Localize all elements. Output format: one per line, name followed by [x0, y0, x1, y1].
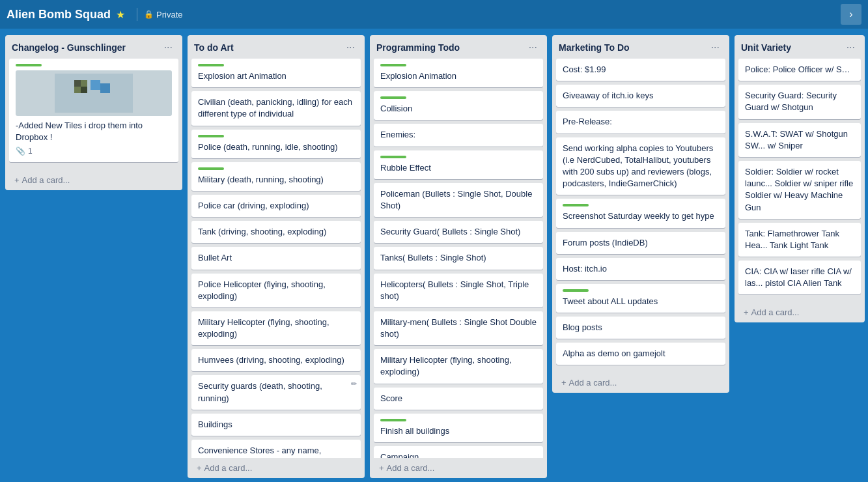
card-text: Alpha as demo on gamejolt — [563, 348, 665, 358]
table-row[interactable]: Soldier: Soldier w/ rocket launc... Sold… — [738, 161, 861, 219]
table-row[interactable]: Tank (driving, shooting, exploding) ✏ — [191, 221, 361, 243]
expand-button[interactable]: › — [841, 4, 861, 25]
card-text: Send working alpha copies to Youtubers (… — [563, 143, 713, 189]
table-row[interactable]: Explosion art Animation ✏ — [191, 59, 361, 87]
table-row[interactable]: Collision ✏ — [374, 91, 543, 120]
cards-marketing: Cost: $1.99 ✏ Giveaway of itch.io keys ✏… — [552, 59, 729, 373]
table-row[interactable]: Explosion Animation ✏ — [374, 59, 543, 87]
table-row[interactable]: Forum posts (IndieDB) ✏ — [556, 232, 725, 254]
table-row[interactable]: Security guards (death, shooting, runnin… — [191, 375, 361, 409]
star-icon[interactable]: ★ — [116, 8, 125, 21]
card-text: Convenience Stores - any name, — [198, 446, 321, 455]
card-text: Campaign — [380, 452, 419, 458]
svg-rect-1 — [74, 80, 81, 87]
card-text: Finish all buildings — [380, 426, 449, 436]
table-row[interactable]: Score ✏ — [374, 388, 543, 410]
table-row[interactable]: Military-men( Bullets : Single Shot Doub… — [374, 311, 543, 345]
card-text: Security guards (death, shooting, runnin… — [198, 381, 322, 403]
table-row[interactable]: -Added New Tiles i drop them into Dropbo… — [9, 59, 178, 162]
column-menu-unit-variety[interactable]: ··· — [843, 40, 858, 55]
add-card-marketing[interactable]: + Add a card... — [556, 374, 725, 391]
table-row[interactable]: Military Helicopter (flying, shooting, e… — [374, 349, 543, 383]
table-row[interactable]: Host: itch.io ✏ — [556, 258, 725, 280]
plus-icon: + — [744, 307, 749, 317]
table-row[interactable]: Convenience Stores - any name, ✏ — [191, 440, 361, 458]
table-row[interactable]: Pre-Release: ✏ — [556, 111, 725, 133]
board: Changelog - Gunschlinger ··· — [0, 29, 868, 482]
table-row[interactable]: CIA: CIA w/ laser rifle CIA w/ las... pi… — [738, 261, 861, 294]
column-title-marketing: Marketing To Do — [559, 42, 630, 53]
table-row[interactable]: Police Helicopter (flying, shooting, exp… — [191, 274, 361, 307]
card-label — [16, 64, 42, 66]
table-row[interactable]: Bullet Art ✏ — [191, 247, 361, 269]
column-title-changelog: Changelog - Gunschlinger — [12, 42, 126, 53]
table-row[interactable]: Security Guard( Bullets : Single Shot) ✏ — [374, 221, 543, 243]
table-row[interactable]: Policeman (Bullets : Single Shot, Double… — [374, 183, 543, 217]
table-row[interactable]: Humvees (driving, shooting, exploding) ✏ — [191, 349, 361, 371]
card-text: Military Helicopter (flying, shooting, e… — [380, 355, 512, 376]
header-divider — [137, 8, 137, 21]
table-row[interactable]: Military Helicopter (flying, shooting, e… — [191, 311, 361, 345]
table-row[interactable]: Buildings ✏ — [191, 414, 361, 436]
table-row[interactable]: Alpha as demo on gamejolt ✏ — [556, 343, 725, 365]
table-row[interactable]: Send working alpha copies to Youtubers (… — [556, 137, 725, 195]
card-label — [380, 96, 406, 99]
table-row[interactable]: Giveaway of itch.io keys ✏ — [556, 85, 725, 107]
column-menu-marketing[interactable]: ··· — [708, 40, 723, 55]
svg-rect-2 — [81, 80, 87, 87]
card-text: Giveaway of itch.io keys — [563, 91, 653, 100]
table-row[interactable]: Police: Police Officer w/ Shotgu... ✏ — [738, 59, 861, 81]
lock-icon: 🔒 — [144, 10, 154, 19]
table-row[interactable]: S.W.A.T: SWAT w/ Shotgun SW... w/ Sniper… — [738, 123, 861, 157]
add-card-unit-variety[interactable]: + Add a card... — [738, 304, 861, 321]
table-row[interactable]: Rubble Effect ✏ — [374, 150, 543, 179]
column-marketing: Marketing To Do ··· Cost: $1.99 ✏ Giveaw… — [552, 35, 729, 393]
card-text: Explosion art Animation — [198, 71, 287, 81]
table-row[interactable]: Helicopters( Bullets : Single Shot, Trip… — [374, 274, 543, 307]
table-row[interactable]: Police car (driving, exploding) ✏ — [191, 195, 361, 217]
plus-icon: + — [379, 463, 384, 473]
card-text: Tweet about ALL updates — [563, 296, 658, 306]
board-title: Alien Bomb Squad — [7, 8, 111, 21]
svg-rect-4 — [81, 87, 87, 93]
pixel-art — [55, 74, 133, 113]
add-card-todo-art[interactable]: + Add a card... — [191, 459, 361, 477]
card-text: Police (death, running, idle, shooting) — [198, 142, 338, 152]
table-row[interactable]: Finish all buildings ✏ — [374, 414, 543, 442]
card-text: CIA: CIA w/ laser rifle CIA w/ las... pi… — [745, 266, 852, 288]
plus-icon: + — [197, 463, 202, 473]
card-text: Police car (driving, exploding) — [198, 201, 309, 210]
card-label — [198, 167, 224, 170]
column-programming-todo: Programming Todo ··· Explosion Animation… — [370, 35, 547, 478]
table-row[interactable]: Security Guard: Security Guard w/ Shotgu… — [738, 85, 861, 119]
card-text: Tank (driving, shooting, exploding) — [198, 227, 326, 236]
table-row[interactable]: Military (death, running, shooting) ✏ — [191, 162, 361, 191]
card-text: Collision — [380, 104, 412, 113]
table-row[interactable]: Civilian (death, panicking, idling) for … — [191, 91, 361, 125]
table-row[interactable]: Tank: Flamethrower Tank Hea... Tank Ligh… — [738, 223, 861, 257]
table-row[interactable]: Enemies: ✏ — [374, 124, 543, 146]
card-text: Military (death, running, shooting) — [198, 175, 324, 184]
table-row[interactable]: Screenshot Saturday weekly to get hype ✏ — [556, 199, 725, 227]
card-label — [380, 156, 406, 158]
add-card-programming[interactable]: + Add a card... — [374, 459, 543, 477]
card-label — [563, 289, 589, 292]
table-row[interactable]: Tweet about ALL updates ✏ — [556, 284, 725, 313]
table-row[interactable]: Cost: $1.99 ✏ — [556, 59, 725, 81]
column-header-marketing: Marketing To Do ··· — [552, 35, 729, 59]
board-header: Alien Bomb Squad ★ 🔒 Private › — [0, 0, 868, 29]
card-label — [380, 64, 406, 66]
table-row[interactable]: Campaign ✏ — [374, 446, 543, 458]
column-menu-programming[interactable]: ··· — [525, 40, 540, 55]
add-card-changelog[interactable]: + Add a card... — [9, 171, 178, 189]
cards-changelog: -Added New Tiles i drop them into Dropbo… — [5, 59, 182, 170]
column-header-todo-art: To do Art ··· — [188, 35, 365, 59]
table-row[interactable]: Tanks( Bullets : Single Shot) ✏ — [374, 247, 543, 269]
table-row[interactable]: Police (death, running, idle, shooting) … — [191, 130, 361, 158]
card-text: Explosion Animation — [380, 71, 456, 81]
column-menu-changelog[interactable]: ··· — [161, 40, 176, 55]
card-text: Humvees (driving, shooting, exploding) — [198, 355, 344, 365]
column-menu-todo-art[interactable]: ··· — [343, 40, 358, 55]
table-row[interactable]: Blog posts ✏ — [556, 317, 725, 339]
card-text: Helicopters( Bullets : Single Shot, Trip… — [380, 279, 529, 301]
